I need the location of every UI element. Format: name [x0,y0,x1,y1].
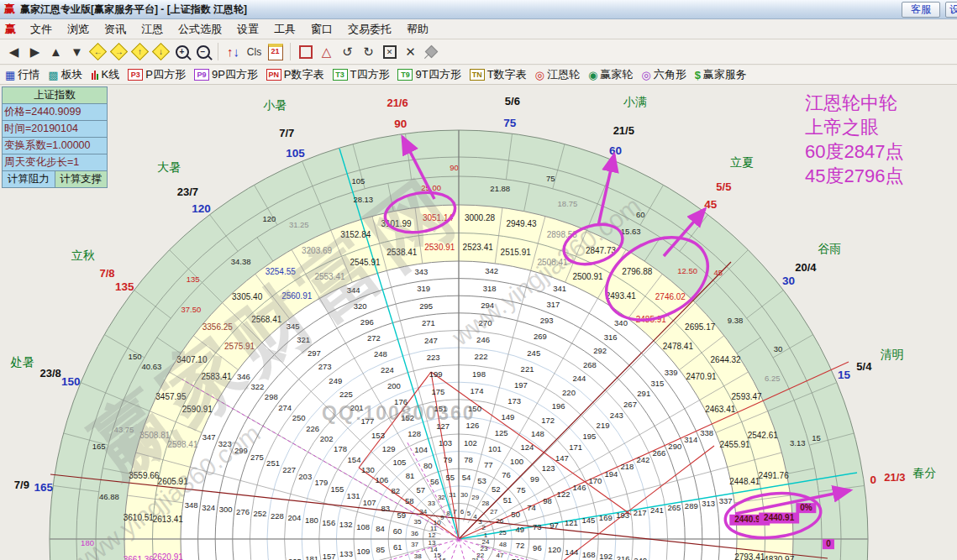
view-t-square[interactable]: T3T四方形 [333,67,390,82]
view-p-table[interactable]: PNP数字表 [266,67,324,82]
svg-text:124: 124 [520,442,534,452]
svg-text:292: 292 [593,346,607,355]
eye-annotation-line: 45度2796点 [805,164,903,188]
zoom-in-icon[interactable]: + [171,42,192,62]
svg-text:21/6: 21/6 [386,97,408,109]
pin-icon[interactable] [421,42,442,62]
rotate-cw-icon[interactable]: ↻ [358,42,379,62]
menu-交易委托[interactable]: 交易委托 [340,21,399,37]
svg-text:105: 105 [392,458,406,467]
svg-text:23/7: 23/7 [177,186,198,198]
menu-工具[interactable]: 工具 [266,21,303,37]
box-x-icon[interactable]: ✕ [379,42,400,62]
svg-text:337: 337 [719,496,733,505]
draw-triangle-icon[interactable]: △ [316,42,337,62]
svg-text:128: 128 [408,429,421,438]
svg-text:149: 149 [501,412,514,421]
svg-text:52: 52 [492,484,501,494]
svg-text:196: 196 [552,401,565,411]
svg-text:348: 348 [185,500,198,510]
pan-up-icon[interactable]: ↑ [129,42,150,62]
customer-service-button[interactable]: 客服 [902,2,940,18]
settings-button-partial[interactable]: 设置 [945,2,957,18]
svg-text:2644.32: 2644.32 [711,355,742,364]
scale-up-down-icon[interactable]: ↑↓ [223,42,244,62]
svg-text:12.50: 12.50 [677,266,697,275]
svg-text:50: 50 [511,510,520,519]
view-9p-square[interactable]: P99P四方形 [194,67,258,82]
svg-text:104: 104 [414,445,428,454]
menu-资讯[interactable]: 资讯 [97,21,134,37]
svg-text:245: 245 [527,348,540,358]
pan-right-icon[interactable]: → [108,42,129,62]
svg-text:135: 135 [187,275,200,284]
coefficient-row: 变换系数=1.00000 [3,138,107,154]
svg-text:240: 240 [634,556,647,560]
calc-support-button[interactable]: 计算支撑 [55,171,108,187]
pointer-up-icon[interactable]: ▲ [45,42,66,62]
rotate-ccw-icon[interactable]: ↺ [337,42,358,62]
view-winner-wheel[interactable]: ◉赢家轮 [588,67,633,82]
svg-text:53: 53 [477,476,486,485]
view-9t-square[interactable]: T99T四方形 [397,67,460,82]
view-sectors[interactable]: ▩板块 [48,67,82,82]
big-wheel-icon: ◉ [588,69,597,81]
nav-back-icon[interactable]: ◀ [3,42,24,62]
view-hexagon[interactable]: ◎六角形 [641,67,686,82]
menu-公式选股[interactable]: 公式选股 [171,21,229,37]
svg-text:222: 222 [475,352,488,361]
toolbar-separator [218,43,218,60]
pointer-down-icon[interactable]: ▼ [66,42,87,62]
calc-resistance-button[interactable]: 计算阻力 [3,171,55,187]
svg-text:221: 221 [521,364,534,374]
view-gann-wheel[interactable]: ◎江恩轮 [535,67,580,82]
svg-text:317: 317 [546,300,560,309]
view-service[interactable]: $赢家服务 [695,67,747,82]
svg-text:2493.41: 2493.41 [606,291,637,301]
view-quotes[interactable]: ▦行情 [5,67,39,82]
svg-text:77: 77 [484,460,493,469]
svg-text:131: 131 [347,491,360,500]
svg-text:175: 175 [432,387,445,396]
svg-text:295: 295 [419,301,433,311]
svg-text:105: 105 [286,147,305,160]
svg-text:226: 226 [306,424,319,433]
price-row: 价格=2440.9099 [3,104,107,121]
view-kline[interactable]: K线 [92,67,120,82]
menu-文件[interactable]: 文件 [23,21,60,37]
badge-icon: PN [266,69,281,81]
svg-text:200: 200 [387,381,401,390]
svg-text:2478.41: 2478.41 [663,342,694,351]
collapse-icon[interactable]: ✕ [400,42,421,62]
svg-text:2448.41: 2448.41 [729,477,760,486]
menu-浏览[interactable]: 浏览 [60,21,97,37]
svg-text:340: 340 [614,318,628,327]
menu-items: 文件浏览资讯江恩公式选股设置工具窗口交易委托帮助 [23,22,436,37]
menu-bar: 赢 文件浏览资讯江恩公式选股设置工具窗口交易委托帮助 [0,19,957,39]
menu-江恩[interactable]: 江恩 [134,21,171,37]
draw-square-icon[interactable] [295,42,316,62]
nav-forward-icon[interactable]: ▶ [24,42,45,62]
svg-text:5/4: 5/4 [856,360,872,373]
pan-left-icon[interactable]: ← [87,42,108,62]
menu-设置[interactable]: 设置 [229,21,266,37]
svg-text:150: 150 [61,375,81,388]
svg-text:84: 84 [376,524,385,533]
pan-down-icon[interactable]: ↓ [150,42,171,62]
svg-text:147: 147 [555,453,569,463]
svg-text:60: 60 [393,526,402,536]
svg-text:135: 135 [115,280,134,293]
svg-text:145: 145 [581,516,595,525]
zoom-out-icon[interactable]: − [192,42,213,62]
view-label: 赢家轮 [600,67,633,82]
view-p-square[interactable]: P3P四方形 [128,67,186,82]
svg-text:2523.41: 2523.41 [463,243,494,252]
svg-text:33: 33 [428,500,435,507]
views-toolbar: ▦行情▩板块K线P3P四方形P99P四方形PNP数字表T3T四方形T99T四方形… [0,65,957,85]
menu-帮助[interactable]: 帮助 [399,21,436,37]
view-t-table[interactable]: TNT数字表 [470,67,527,82]
cls-icon[interactable]: Cls [244,42,265,62]
menu-窗口[interactable]: 窗口 [303,21,340,37]
svg-text:108: 108 [356,522,370,531]
calendar-icon[interactable]: 21 [265,42,286,62]
